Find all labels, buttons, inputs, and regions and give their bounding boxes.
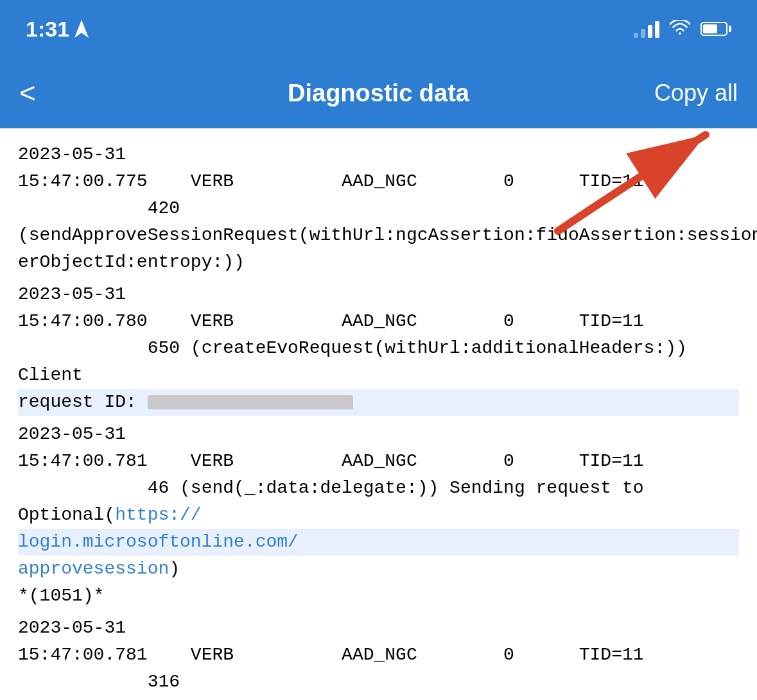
log-line: 2023-05-31 15:47:00.781 VERB AAD_NGC 0 T… <box>18 615 739 669</box>
location-icon <box>74 20 89 38</box>
redacted-value <box>148 395 353 409</box>
page-title: Diagnostic data <box>288 80 469 107</box>
signal-bars <box>634 20 659 38</box>
navigation-bar: < Diagnostic data Copy all <box>0 58 757 128</box>
time-display: 1:31 <box>26 17 69 42</box>
status-icons <box>634 20 731 38</box>
log-line: 2023-05-31 15:47:00.780 VERB AAD_NGC 0 T… <box>18 281 739 335</box>
log-line: 316 <box>18 669 739 696</box>
diagnostic-content: 2023-05-31 15:47:00.775 VERB AAD_NGC 0 T… <box>0 128 757 700</box>
signal-bar-1 <box>634 33 638 38</box>
log-line: 2023-05-31 15:47:00.781 VERB AAD_NGC 0 T… <box>18 421 739 475</box>
log-line: (sendRequestAsync(_:requestData:session:… <box>18 696 739 700</box>
log-line: request ID: <box>18 389 739 416</box>
log-entry: 2023-05-31 15:47:00.781 VERB AAD_NGC 0 T… <box>18 615 739 700</box>
log-line: 46 (send(_:data:delegate:)) Sending requ… <box>18 475 739 529</box>
status-bar: 1:31 <box>0 0 757 58</box>
back-button[interactable]: < <box>19 73 49 114</box>
log-line: approvesession) <box>18 556 739 583</box>
log-entry: 2023-05-31 15:47:00.780 VERB AAD_NGC 0 T… <box>18 281 739 416</box>
log-line: *(1051)* <box>18 583 739 610</box>
navigation-bar-container: < Diagnostic data Copy all <box>0 58 757 128</box>
log-entry: 2023-05-31 15:47:00.781 VERB AAD_NGC 0 T… <box>18 421 739 610</box>
log-entry: 2023-05-31 15:47:00.775 VERB AAD_NGC 0 T… <box>18 141 739 276</box>
log-link[interactable]: approvesession <box>18 559 169 579</box>
copy-all-button[interactable]: Copy all <box>641 73 738 113</box>
wifi-icon <box>670 20 690 38</box>
log-line: 420 <box>18 195 739 222</box>
signal-bar-2 <box>641 29 645 38</box>
log-link[interactable]: https:// <box>115 505 201 525</box>
log-line: erObjectId:entropy:)) <box>18 249 739 276</box>
log-line: 2023-05-31 15:47:00.775 VERB AAD_NGC 0 T… <box>18 141 739 195</box>
signal-bar-4 <box>655 21 659 38</box>
signal-bar-3 <box>648 25 652 38</box>
battery-icon <box>700 22 731 36</box>
log-line: login.microsoftonline.com/ /oauth2/ <box>18 529 739 556</box>
log-link[interactable]: login.microsoftonline.com/ <box>18 532 299 552</box>
log-line: 650 (createEvoRequest(withUrl:additional… <box>18 335 739 389</box>
log-line: (sendApproveSessionRequest(withUrl:ngcAs… <box>18 222 739 249</box>
